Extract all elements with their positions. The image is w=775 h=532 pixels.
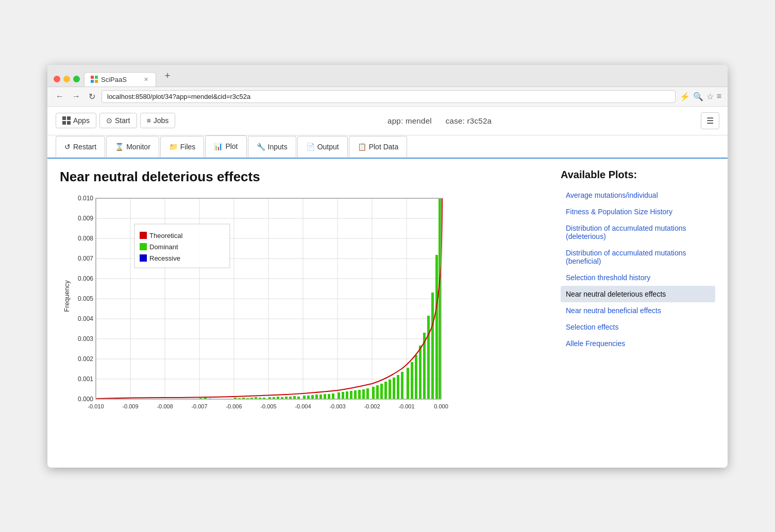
main-content: Near neutral deleterious effects (47, 159, 728, 468)
svg-rect-84 (332, 393, 334, 399)
start-icon: ⊙ (106, 116, 112, 125)
back-button[interactable]: ← (54, 91, 66, 102)
chart-area: Near neutral deleterious effects (60, 169, 548, 457)
svg-rect-98 (393, 377, 395, 399)
svg-rect-5 (67, 116, 71, 120)
svg-text:Recessive: Recessive (149, 254, 180, 262)
jobs-label: Jobs (154, 116, 169, 125)
svg-text:0.006: 0.006 (78, 275, 93, 282)
maximize-button[interactable] (73, 76, 80, 82)
svg-rect-102 (411, 362, 413, 399)
tab-inputs[interactable]: 🔧 Inputs (248, 136, 296, 157)
tab-plotdata[interactable]: 📋 Plot Data (349, 136, 408, 157)
inputs-label: Inputs (268, 143, 288, 151)
tab-output[interactable]: 📄 Output (297, 136, 348, 157)
close-button[interactable] (54, 76, 60, 82)
sidebar-link-avg-mutations[interactable]: Average mutations/individual (561, 187, 715, 203)
svg-text:0.007: 0.007 (78, 255, 93, 262)
inputs-icon: 🔧 (257, 143, 265, 151)
svg-rect-111 (134, 224, 230, 268)
sidebar-link-dist-deleterious[interactable]: Distribution of accumulated mutations (d… (561, 220, 715, 245)
new-tab-button[interactable]: + (160, 69, 175, 83)
svg-rect-108 (435, 255, 438, 399)
svg-text:0.008: 0.008 (78, 235, 93, 242)
address-bar: ← → ↻ ⚡ 🔍 ☆ ≡ (47, 87, 728, 107)
apps-button[interactable]: Apps (56, 113, 96, 128)
output-icon: 📄 (306, 143, 315, 151)
svg-rect-86 (342, 392, 344, 399)
svg-rect-106 (427, 316, 430, 399)
tab-close-button[interactable]: ✕ (143, 76, 149, 83)
menu-icon[interactable]: ≡ (717, 92, 721, 101)
sidebar-link-selection-threshold[interactable]: Selection threshold history (561, 269, 715, 286)
sidebar-link-near-neutral-del[interactable]: Near neutral deleterious effects (561, 286, 715, 302)
zoom-icon[interactable]: 🔍 (693, 92, 703, 101)
reload-button[interactable]: ↻ (87, 91, 97, 102)
svg-text:0.010: 0.010 (78, 195, 93, 202)
svg-rect-107 (431, 293, 434, 399)
svg-text:0.009: 0.009 (78, 215, 93, 222)
svg-rect-75 (293, 396, 296, 399)
svg-rect-89 (354, 390, 357, 399)
tab-monitor[interactable]: ⌛ Monitor (106, 136, 159, 157)
svg-rect-99 (397, 375, 399, 399)
tab-title: SciPaaS (101, 76, 127, 83)
svg-text:-0.006: -0.006 (226, 403, 242, 409)
sidebar-link-selection-effects[interactable]: Selection effects (561, 319, 715, 335)
svg-rect-114 (140, 243, 147, 250)
chart-title: Near neutral deleterious effects (60, 169, 548, 185)
app-info: app: mendel case: r3c52a (178, 116, 701, 125)
svg-rect-91 (362, 389, 365, 399)
case-label: case: r3c52a (446, 116, 492, 125)
svg-rect-90 (358, 390, 361, 399)
svg-rect-1 (95, 76, 98, 79)
svg-text:-0.001: -0.001 (398, 403, 414, 409)
sidebar-link-dist-beneficial[interactable]: Distribution of accumulated mutations (b… (561, 245, 715, 269)
chart-svg: 0.000 0.001 0.002 0.003 0.004 0.005 0.00… (60, 193, 451, 430)
monitor-icon: ⌛ (115, 143, 124, 151)
address-bar-icons: ⚡ 🔍 ☆ ≡ (680, 92, 721, 101)
tab-restart[interactable]: ↺ Restart (56, 136, 105, 157)
svg-rect-104 (419, 346, 422, 399)
title-bar: SciPaaS ✕ + (47, 65, 728, 87)
svg-text:Frequency: Frequency (63, 280, 71, 312)
tab-files[interactable]: 📁 Files (160, 136, 205, 157)
svg-rect-81 (319, 394, 322, 399)
svg-rect-7 (67, 121, 71, 125)
minimize-button[interactable] (63, 76, 70, 82)
start-button[interactable]: ⊙ Start (99, 113, 137, 128)
hamburger-button[interactable]: ☰ (701, 112, 719, 129)
svg-rect-77 (303, 396, 306, 399)
svg-text:-0.005: -0.005 (260, 403, 276, 409)
svg-text:-0.010: -0.010 (88, 403, 104, 409)
sidebar-link-near-neutral-ben[interactable]: Near neutral beneficial effects (561, 302, 715, 319)
svg-rect-85 (338, 392, 340, 399)
plotdata-label: Plot Data (369, 143, 399, 151)
lightning-icon[interactable]: ⚡ (680, 92, 690, 101)
apps-icon (62, 116, 71, 125)
svg-text:Dominant: Dominant (149, 243, 178, 251)
bookmark-icon[interactable]: ☆ (706, 92, 714, 101)
tab-plot[interactable]: 📊 Plot (205, 135, 246, 158)
jobs-button[interactable]: ≡ Jobs (140, 113, 176, 128)
plot-icon: 📊 (214, 142, 223, 150)
svg-rect-112 (140, 232, 147, 239)
svg-rect-82 (324, 394, 326, 399)
app-label: app: mendel (388, 116, 432, 125)
browser-tab[interactable]: SciPaaS ✕ (84, 72, 156, 87)
tabs-navigation: ↺ Restart ⌛ Monitor 📁 Files 📊 Plot 🔧 Inp… (47, 135, 728, 159)
svg-rect-94 (376, 385, 379, 399)
sidebar-link-allele-freq[interactable]: Allele Frequencies (561, 335, 715, 352)
svg-rect-97 (389, 380, 391, 399)
sidebar-link-fitness-history[interactable]: Fitness & Population Size History (561, 203, 715, 220)
app-toolbar: Apps ⊙ Start ≡ Jobs app: mendel case: r3… (47, 107, 728, 135)
svg-rect-103 (415, 355, 417, 399)
svg-text:-0.004: -0.004 (295, 403, 311, 409)
svg-rect-96 (384, 382, 387, 399)
svg-text:0.004: 0.004 (78, 315, 93, 322)
forward-button[interactable]: → (70, 91, 82, 102)
svg-rect-0 (91, 76, 94, 79)
jobs-icon: ≡ (147, 116, 151, 125)
window-controls (54, 76, 80, 82)
url-input[interactable] (102, 90, 676, 103)
